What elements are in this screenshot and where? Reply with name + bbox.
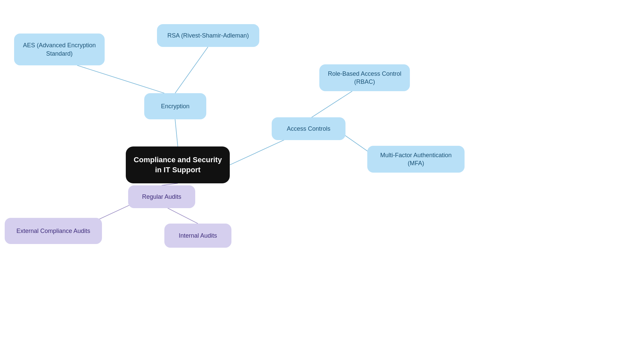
svg-line-0 bbox=[175, 119, 178, 146]
access-controls-label: Access Controls bbox=[287, 125, 330, 133]
mfa-label: Multi-Factor Authentication (MFA) bbox=[374, 151, 458, 168]
regular-audits-node: Regular Audits bbox=[128, 185, 195, 208]
rbac-label: Role-Based Access Control (RBAC) bbox=[326, 70, 403, 86]
encryption-label: Encryption bbox=[161, 102, 190, 110]
mfa-node: Multi-Factor Authentication (MFA) bbox=[367, 146, 465, 173]
rbac-node: Role-Based Access Control (RBAC) bbox=[319, 64, 410, 91]
center-node: Compliance and Security in IT Support bbox=[126, 146, 230, 183]
aes-label: AES (Advanced Encryption Standard) bbox=[21, 41, 98, 58]
svg-line-1 bbox=[77, 65, 164, 93]
center-label: Compliance and Security in IT Support bbox=[132, 155, 223, 175]
svg-line-4 bbox=[309, 91, 352, 119]
encryption-node: Encryption bbox=[144, 93, 206, 119]
regular-audits-label: Regular Audits bbox=[142, 193, 181, 201]
internal-audits-node: Internal Audits bbox=[164, 224, 231, 248]
aes-node: AES (Advanced Encryption Standard) bbox=[14, 34, 105, 65]
rsa-node: RSA (Rivest-Shamir-Adleman) bbox=[157, 24, 259, 47]
access-controls-node: Access Controls bbox=[272, 117, 345, 140]
svg-line-2 bbox=[175, 47, 208, 93]
external-compliance-label: External Compliance Audits bbox=[16, 227, 90, 235]
internal-audits-label: Internal Audits bbox=[179, 232, 217, 240]
svg-line-8 bbox=[168, 208, 198, 224]
rsa-label: RSA (Rivest-Shamir-Adleman) bbox=[167, 32, 249, 40]
external-compliance-node: External Compliance Audits bbox=[5, 218, 102, 244]
